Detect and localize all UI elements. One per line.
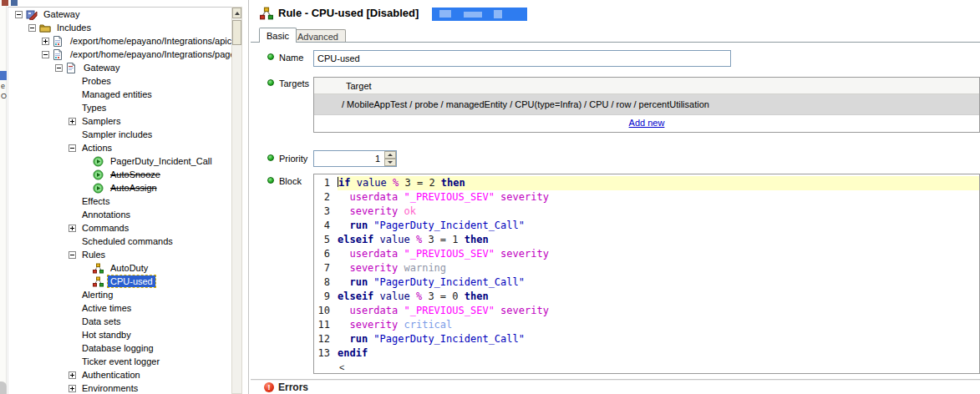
tree-item-scheduled-commands[interactable]: Scheduled commands (8, 235, 231, 248)
target-row[interactable]: / MobileAppTest / probe / managedEntity … (314, 94, 979, 115)
code-line-9[interactable]: 9elseif value % 3 = 0 then (314, 290, 979, 304)
collapse-icon[interactable] (69, 144, 76, 152)
toolbar-icon-fragment[interactable] (2, 0, 8, 6)
tree-item-label: Commands (79, 222, 131, 234)
dock-tab-letter: e (1, 82, 5, 90)
tab-basic[interactable]: Basic (259, 28, 297, 43)
tree-item-pagerduty-incident-call[interactable]: PagerDuty_Incident_Call (8, 154, 231, 168)
collapse-icon[interactable] (69, 251, 76, 259)
code-line-8[interactable]: 8 run "PagerDuty_Incident_Call" (314, 275, 979, 290)
code-line-2[interactable]: 2 userdata "_PREVIOUS_SEV" severity (314, 190, 979, 205)
action-icon (93, 156, 104, 167)
errors-panel-title: Errors (278, 381, 308, 393)
tree-item-actions[interactable]: Actions (8, 141, 231, 154)
code-line-10[interactable]: 10 userdata "_PREVIOUS_SEV" severity (314, 304, 979, 318)
tree-item-ticker-event-logger[interactable]: Ticker event logger (8, 355, 231, 368)
tree-scrollbar[interactable] (231, 7, 242, 394)
line-number: 6 (314, 247, 338, 261)
tree-item-managed-entities[interactable]: Managed entities (8, 88, 231, 101)
tree-item-environments[interactable]: Environments (8, 381, 231, 394)
priority-field-label: Priority (279, 154, 307, 164)
errors-panel-divider[interactable] (251, 379, 980, 381)
tree-item-export-home-epayano-integrations-pager[interactable]: /export/home/epayano/Integrations/pager (8, 48, 231, 61)
tree-item-label: CPU-used (108, 275, 155, 287)
tree-item-label: Samplers (79, 115, 123, 127)
tree-item-rules[interactable]: Rules (8, 248, 231, 261)
action-icon (93, 183, 104, 194)
rule-icon (93, 263, 104, 274)
tree-item-export-home-epayano-integrations-apica[interactable]: /export/home/epayano/Integrations/apica (8, 34, 231, 48)
collapse-icon[interactable] (28, 24, 36, 32)
line-number: 9 (314, 290, 338, 304)
tree-item-alerting[interactable]: Alerting (8, 288, 231, 301)
panel-divider[interactable] (248, 0, 249, 394)
tab-strip-divider (251, 42, 980, 43)
tree-item-autosnooze[interactable]: AutoSnooze (8, 168, 231, 181)
scroll-up-button[interactable] (232, 8, 241, 18)
tree-item-types[interactable]: Types (8, 101, 231, 114)
tree-item-sampler-includes[interactable]: Sampler includes (8, 128, 231, 141)
line-number: 11 (314, 318, 338, 332)
collapse-icon[interactable] (42, 51, 49, 58)
expand-icon[interactable] (69, 385, 76, 392)
code-text: elseif value % 3 = 0 then (338, 290, 979, 304)
tree-item-database-logging[interactable]: Database logging (8, 341, 231, 355)
hscroll-left-hint[interactable]: < (339, 362, 979, 372)
tree-item-label: Gateway (41, 8, 82, 20)
green-status-dot (267, 53, 274, 60)
code-line-4[interactable]: 4 run "PagerDuty_Incident_Call" (314, 219, 979, 233)
collapse-icon[interactable] (15, 11, 23, 18)
rule-block-code-editor[interactable]: 1if value % 3 = 2 then2 userdata "_PREVI… (313, 174, 980, 374)
tree-item-gateway[interactable]: Gateway (8, 8, 231, 21)
toolbar-icon-fragment[interactable] (11, 0, 18, 6)
code-line-3[interactable]: 3 severity ok (314, 205, 979, 219)
dock-tab-icon[interactable] (0, 71, 7, 80)
expand-icon[interactable] (69, 371, 76, 379)
tree-item-commands[interactable]: Commands (8, 221, 231, 235)
code-line-7[interactable]: 7 severity warning (314, 261, 979, 275)
tree-item-label: Probes (79, 75, 114, 87)
expand-icon[interactable] (69, 225, 76, 232)
name-input[interactable] (313, 50, 731, 67)
tab-advanced[interactable]: Advanced (290, 29, 346, 42)
line-number: 2 (314, 190, 338, 205)
tree-item-label: Managed entities (79, 88, 155, 100)
tree-item-label: Authentication (79, 369, 143, 381)
code-text: endif (338, 346, 979, 361)
tree-item-samplers[interactable]: Samplers (8, 114, 231, 128)
code-text: userdata "_PREVIOUS_SEV" severity (338, 247, 979, 261)
spinner-up-button[interactable] (384, 151, 396, 159)
tree-item-data-sets[interactable]: Data sets (8, 315, 231, 328)
spinner-down-button[interactable] (384, 159, 396, 166)
navigation-tree: GatewayIncludes/export/home/epayano/Inte… (8, 8, 231, 394)
tree-item-autoassign[interactable]: AutoAssign (8, 181, 231, 194)
navigation-tree-panel: GatewayIncludes/export/home/epayano/Inte… (8, 7, 231, 394)
code-line-13[interactable]: 13endif (314, 346, 979, 361)
collapse-icon[interactable] (55, 64, 63, 72)
code-line-12[interactable]: 12 run "PagerDuty_Incident_Call" (314, 332, 979, 346)
code-line-6[interactable]: 6 userdata "_PREVIOUS_SEV" severity (314, 247, 979, 261)
tree-item-probes[interactable]: Probes (8, 74, 231, 88)
tree-item-gateway[interactable]: Gateway (8, 61, 231, 74)
tree-item-autoduty[interactable]: AutoDuty (8, 261, 231, 275)
panel-corner (0, 381, 7, 394)
code-text: severity critical (338, 318, 979, 332)
add-new-link[interactable]: Add new (629, 118, 665, 128)
expand-icon[interactable] (69, 118, 76, 125)
code-text: severity warning (338, 261, 979, 275)
scrollbar-thumb[interactable] (232, 20, 241, 45)
tree-item-authentication[interactable]: Authentication (8, 368, 231, 381)
tree-item-hot-standby[interactable]: Hot standby (8, 328, 231, 341)
targets-table: Target / MobileAppTest / probe / managed… (313, 77, 980, 133)
expand-icon[interactable] (42, 38, 49, 45)
code-line-5[interactable]: 5elseif value % 3 = 1 then (314, 233, 979, 247)
tree-item-effects[interactable]: Effects (8, 194, 231, 208)
rule-icon (260, 7, 273, 20)
code-line-1[interactable]: 1if value % 3 = 2 then (314, 176, 979, 190)
tree-item-cpu-used[interactable]: CPU-used (8, 275, 231, 288)
code-line-11[interactable]: 11 severity critical (314, 318, 979, 332)
tree-item-label: AutoDuty (108, 262, 150, 274)
tree-item-active-times[interactable]: Active times (8, 301, 231, 315)
tree-item-includes[interactable]: Includes (8, 21, 231, 34)
tree-item-annotations[interactable]: Annotations (8, 208, 231, 221)
